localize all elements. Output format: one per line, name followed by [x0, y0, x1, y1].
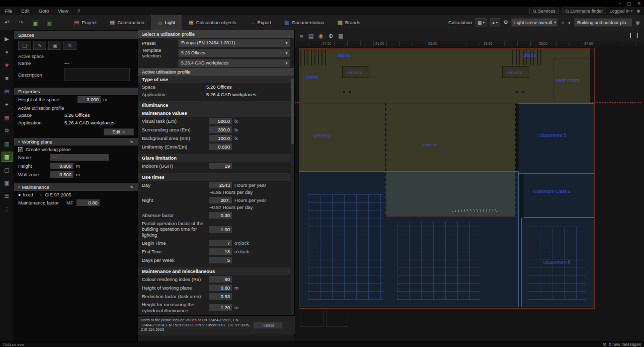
light-scene-dropdown[interactable]: Light scene overall ▾	[511, 18, 557, 27]
indoors-ugr-input[interactable]	[209, 163, 232, 169]
view-selector-value: Building and outdoor pla...	[577, 20, 630, 25]
furniture-tool-icon[interactable]: ■	[2, 74, 12, 83]
menu-file[interactable]: File	[0, 7, 17, 15]
cie-radio[interactable]: ○	[40, 192, 43, 197]
height-working-plane-input[interactable]	[209, 285, 232, 291]
contrast-icon[interactable]: ◐	[568, 20, 571, 25]
classroom5-zone[interactable]	[519, 103, 594, 174]
crosshair-icon[interactable]: ⊕	[329, 33, 333, 39]
list-tool-icon[interactable]: ☰	[2, 191, 12, 200]
close-icon[interactable]: ✕	[637, 1, 641, 6]
pin-icon[interactable]: ✒	[129, 138, 135, 145]
partial-operation-input[interactable]	[209, 226, 232, 233]
notifications-icon[interactable]: ◉	[635, 20, 640, 25]
surrounding-area-input[interactable]	[209, 126, 232, 133]
elevator-right-room[interactable]: elevator	[502, 66, 529, 78]
add-space-icon[interactable]: ▢	[18, 41, 31, 50]
menu-goto[interactable]: Goto	[34, 7, 54, 15]
tab-project[interactable]: ▤ Project	[67, 15, 103, 30]
material-tool-icon[interactable]: ▤	[2, 87, 12, 96]
surface-tool-icon[interactable]: ▥	[2, 139, 12, 148]
draw-space-icon[interactable]: ✎	[33, 41, 46, 50]
calculation-mode-dropdown[interactable]: ▦ ▾	[475, 18, 487, 27]
description-field[interactable]	[64, 68, 130, 81]
messages-icon[interactable]: ✉	[603, 342, 606, 347]
create-working-plane-checkbox[interactable]: ✓	[18, 147, 23, 152]
days-per-week-input[interactable]	[209, 257, 232, 263]
template-dropdown[interactable]: 5.26 Offices ▾	[178, 49, 290, 57]
wp-height-input[interactable]	[50, 163, 73, 169]
cylindrical-height-input[interactable]	[209, 304, 232, 311]
application-dropdown[interactable]: 5.26.4 CAD workplaces ▾	[178, 59, 290, 67]
profile-scrollbar[interactable]	[291, 79, 294, 315]
servery-area[interactable]	[299, 103, 385, 172]
visual-task-input[interactable]	[209, 118, 232, 124]
workplane-tool-icon[interactable]: ▦	[2, 152, 12, 161]
pin-icon[interactable]: ✒	[129, 184, 135, 190]
luminaire-finder-button[interactable]: Luminaire finder	[562, 8, 607, 14]
menu-help[interactable]: ?	[73, 7, 85, 15]
height-input[interactable]	[77, 96, 101, 103]
light-scene-tool-icon[interactable]: ★	[2, 60, 12, 70]
begin-time-input[interactable]	[209, 240, 232, 246]
save-as-icon[interactable]: ▣	[44, 17, 55, 28]
edit-profile-button[interactable]: Edit ▸	[104, 128, 134, 135]
column-tool-icon[interactable]: ▣	[2, 178, 12, 187]
brightness-icon[interactable]: ☼	[560, 20, 565, 25]
tab-export[interactable]: → Export	[243, 15, 278, 30]
background-area-input[interactable]	[209, 135, 232, 142]
spaces-visibility-icon[interactable]: ■	[300, 33, 303, 39]
start-calculation-dropdown[interactable]: ▸ ▾	[490, 18, 500, 27]
duplicate-space-icon[interactable]: ▣	[48, 41, 61, 50]
undo-icon[interactable]: ↶	[2, 17, 13, 28]
outputs-icon[interactable]: ▤	[308, 33, 313, 39]
tab-construction[interactable]: ▦ Construction	[103, 15, 151, 30]
save-icon[interactable]: ▣	[30, 17, 41, 28]
maintenance-header[interactable]: ▾ Maintenance ✒	[14, 183, 138, 191]
elevator-left-room[interactable]: elevator	[342, 66, 369, 78]
add-object-tool-icon[interactable]: +	[2, 100, 12, 109]
day-hours-input[interactable]	[209, 182, 232, 188]
working-plane-header[interactable]: ▾ Working plane ✒	[14, 138, 138, 146]
messages-label[interactable]: 0 new messages	[609, 342, 641, 347]
fixed-radio[interactable]: ●	[18, 192, 21, 197]
cri-input[interactable]	[209, 276, 232, 283]
absence-factor-input[interactable]	[209, 212, 232, 219]
more-tools-icon[interactable]: ⋮	[2, 204, 12, 214]
logged-in-button[interactable]: Logged in ▾	[609, 9, 632, 14]
cad-canvas[interactable]: ■ ▤ ◉ ⊕ ▦ 17.00 21.00 25.00 29.00 33.00 …	[295, 30, 644, 341]
scrollbar-thumb[interactable]	[291, 79, 294, 144]
gear-icon[interactable]: ⚙	[503, 19, 508, 26]
menu-view[interactable]: View	[53, 7, 72, 15]
tab-light[interactable]: ☼ Light	[151, 15, 182, 30]
tab-documentation[interactable]: ▥ Documentation	[278, 15, 331, 30]
reduction-factor-input[interactable]	[209, 293, 232, 300]
tab-calculation-objects[interactable]: ▦ Calculation objects	[182, 15, 243, 30]
minimize-icon[interactable]: –	[618, 1, 621, 6]
tab-brands[interactable]: ▩ Brands	[331, 15, 367, 30]
cloakroom-zone[interactable]	[524, 174, 594, 218]
end-time-input[interactable]	[209, 248, 232, 255]
redo-icon[interactable]: ↷	[16, 17, 27, 28]
grid-icon[interactable]: ▦	[338, 33, 343, 39]
avatar-icon[interactable]: ☻	[635, 8, 641, 14]
services-button[interactable]: Services	[529, 8, 559, 14]
wp-name-input[interactable]	[50, 154, 109, 161]
maximize-view-icon[interactable]	[630, 33, 638, 38]
pointer-tool-icon[interactable]: ▶	[2, 34, 12, 43]
preset-dropdown[interactable]: Europa (EN 12464-1:2011) ▾	[178, 39, 290, 47]
settings-tool-icon[interactable]: ⚙	[2, 126, 12, 135]
reset-button[interactable]: Reset	[254, 322, 283, 329]
wall-zone-input[interactable]	[50, 171, 73, 178]
luminaire-tool-icon[interactable]: ●	[2, 47, 12, 56]
delete-space-icon[interactable]: ✕	[63, 41, 76, 50]
maintenance-factor-input[interactable]	[76, 199, 100, 206]
frame-tool-icon[interactable]: ▢	[2, 165, 12, 174]
night-hours-input[interactable]	[209, 197, 232, 203]
maximize-icon[interactable]: ▢	[627, 1, 631, 6]
assessment-zone-tool-icon[interactable]: ▦	[2, 113, 12, 122]
view-selector-dropdown[interactable]: Building and outdoor pla... ▾	[574, 18, 632, 27]
north-arrow-icon[interactable]: ◉	[318, 33, 324, 39]
menu-edit[interactable]: Edit	[17, 7, 34, 15]
uniformity-input[interactable]	[209, 144, 232, 150]
